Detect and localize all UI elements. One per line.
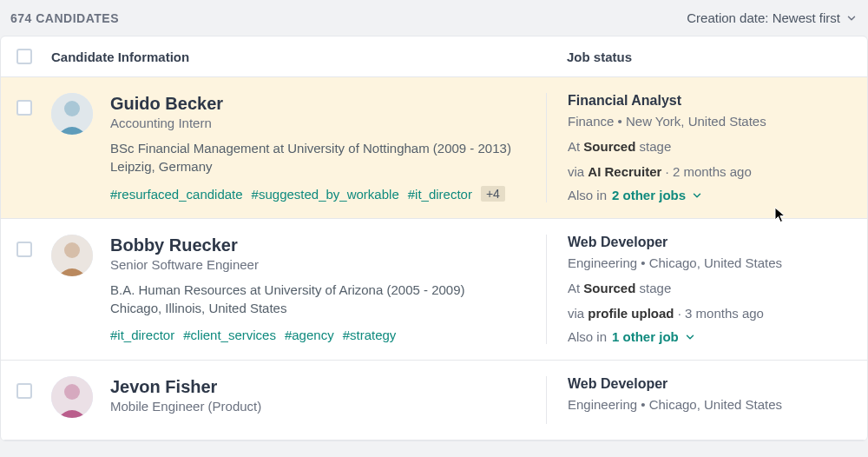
candidate-count: 674 CANDIDATES <box>10 11 119 25</box>
job-via: via AI Recruiter · 2 months ago <box>568 164 852 179</box>
tag[interactable]: #strategy <box>343 328 397 342</box>
row-checkbox[interactable] <box>16 242 32 257</box>
candidate-location: Chicago, Illinois, United States <box>110 301 532 315</box>
job-meta: Engineering • Chicago, United States <box>568 397 852 412</box>
job-meta: Engineering • Chicago, United States <box>568 255 852 270</box>
avatar <box>51 93 93 135</box>
table-row[interactable]: Bobby RueckerSenior Software EngineerB.A… <box>1 219 867 361</box>
candidate-role: Senior Software Engineer <box>110 257 532 272</box>
candidate-name[interactable]: Jevon Fisher <box>110 376 532 397</box>
job-via: via profile upload · 3 months ago <box>568 306 852 321</box>
tag[interactable]: #suggested_by_workable <box>252 187 399 202</box>
select-all-checkbox[interactable] <box>16 49 32 64</box>
job-stage: At Sourced stage <box>568 139 852 154</box>
row-checkbox[interactable] <box>16 100 32 116</box>
tag[interactable]: #it_director <box>110 328 174 342</box>
other-jobs-link[interactable]: 1 other job <box>612 329 679 344</box>
table-header-row: Candidate Information Job status <box>1 36 867 77</box>
tag[interactable]: #resurfaced_candidate <box>110 187 243 202</box>
avatar <box>51 235 93 276</box>
tag-list: #resurfaced_candidate#suggested_by_worka… <box>110 186 532 202</box>
table-row[interactable]: Guido BeckerAccounting InternBSc Financi… <box>1 77 867 219</box>
svg-point-3 <box>64 242 80 258</box>
candidate-name[interactable]: Guido Becker <box>110 93 532 114</box>
job-stage: At Sourced stage <box>568 281 852 295</box>
other-jobs-link[interactable]: 2 other jobs <box>612 188 686 202</box>
tag-more[interactable]: +4 <box>481 186 505 202</box>
svg-point-5 <box>64 384 80 400</box>
candidate-location: Leipzig, Germany <box>110 159 532 174</box>
candidate-education: BSc Financial Management at University o… <box>110 141 532 156</box>
tag-list: #it_director#client_services#agency#stra… <box>110 328 532 342</box>
column-header-job: Job status <box>546 50 852 64</box>
job-meta: Finance • New York, United States <box>568 114 852 129</box>
tag[interactable]: #agency <box>285 328 334 342</box>
candidate-role: Mobile Engineer (Product) <box>110 399 532 414</box>
chevron-down-icon <box>845 12 858 24</box>
candidates-table: Candidate Information Job status Guido B… <box>0 36 868 441</box>
job-title[interactable]: Web Developer <box>568 235 852 250</box>
candidate-name[interactable]: Bobby Ruecker <box>110 235 532 255</box>
sort-dropdown[interactable]: Creation date: Newest first <box>687 10 858 25</box>
svg-point-1 <box>64 101 80 116</box>
chevron-down-icon <box>691 189 703 202</box>
job-title[interactable]: Financial Analyst <box>568 93 852 109</box>
tag[interactable]: #it_director <box>408 187 472 202</box>
chevron-down-icon <box>684 331 696 343</box>
candidate-education: B.A. Human Resources at University of Ar… <box>110 282 532 297</box>
job-also-in[interactable]: Also in 2 other jobs <box>568 188 852 202</box>
column-header-info: Candidate Information <box>51 50 546 64</box>
job-title[interactable]: Web Developer <box>568 376 852 392</box>
job-also-in[interactable]: Also in 1 other job <box>568 329 852 344</box>
row-checkbox[interactable] <box>16 383 32 399</box>
avatar <box>51 376 93 418</box>
sort-label: Creation date: Newest first <box>687 10 840 25</box>
table-row[interactable]: Jevon FisherMobile Engineer (Product)Web… <box>1 361 867 440</box>
candidate-role: Accounting Intern <box>110 116 532 130</box>
tag[interactable]: #client_services <box>183 328 276 342</box>
